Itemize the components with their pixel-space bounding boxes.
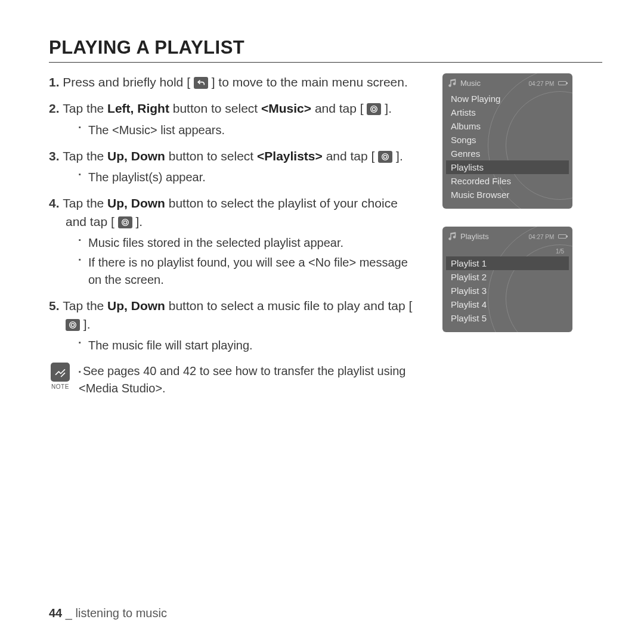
list-item: Playlist 4: [446, 298, 569, 311]
list-item: Genres: [446, 147, 569, 160]
svg-point-4: [122, 219, 128, 225]
list-item: Songs: [446, 133, 569, 147]
select-icon: [367, 103, 381, 115]
step-4-sub-1: Music files stored in the selected playl…: [79, 234, 419, 252]
svg-point-0: [371, 106, 377, 113]
step-3-text-f: ].: [396, 149, 403, 163]
svg-point-5: [123, 221, 126, 224]
list-item: Playlist 5: [446, 311, 569, 325]
step-3: Tap the Up, Down button to select <Playl…: [49, 147, 419, 186]
svg-point-2: [382, 154, 389, 160]
select-icon: [378, 151, 392, 163]
device1-list: Now PlayingArtistsAlbumsSongsGenresPlayl…: [446, 92, 569, 202]
note-text: See pages 40 and 42 to see how to transf…: [79, 363, 419, 397]
step-2: Tap the Left, Right button to select <Mu…: [49, 100, 419, 138]
note-icon: [51, 363, 70, 382]
step-4-sub-2: If there is no playlist found, you will …: [79, 254, 419, 289]
step-4-text-a: Tap the: [63, 196, 107, 210]
svg-point-7: [71, 323, 74, 326]
device2-list: Playlist 1Playlist 2Playlist 3Playlist 4…: [446, 256, 569, 325]
step-2-sub-1: The <Music> list appears.: [79, 122, 419, 139]
step-3-text-c: button to select: [169, 149, 257, 163]
device1-title: Music: [460, 79, 481, 88]
page-number: 44: [49, 606, 62, 620]
list-item: Playlist 1: [446, 256, 569, 270]
step-5-bold-1: Up, Down: [107, 299, 165, 312]
footer-section: listening to music: [76, 606, 167, 620]
page-title: PLAYING A PLAYLIST: [49, 37, 602, 63]
step-5-text-c: button to select a music file to play an…: [169, 299, 413, 312]
step-5: Tap the Up, Down button to select a musi…: [49, 297, 419, 354]
step-5-text-d: ].: [83, 317, 91, 331]
step-2-text-e: and tap [: [315, 101, 364, 115]
step-2-text-c: button to select: [173, 101, 261, 115]
step-3-bold-2: <Playlists>: [257, 149, 323, 163]
note-row: NOTE See pages 40 and 42 to see how to t…: [49, 363, 419, 397]
battery-icon: [558, 234, 566, 239]
device1-time: 04:27 PM: [529, 80, 555, 87]
device-screen-playlists: Playlists 04:27 PM 1/5 Playlist 1Playlis…: [442, 227, 572, 332]
step-2-text-a: Tap the: [63, 101, 107, 115]
footer-sep: _: [62, 606, 75, 620]
list-item: Playlist 3: [446, 284, 569, 298]
step-2-bold-1: Left, Right: [107, 101, 169, 115]
step-3-text-e: and tap [: [326, 149, 375, 163]
music-icon: [447, 78, 458, 88]
device-screen-music: Music 04:27 PM Now PlayingArtistsAlbumsS…: [442, 73, 572, 209]
step-4-bold-1: Up, Down: [107, 196, 165, 210]
select-icon: [66, 319, 80, 331]
svg-point-1: [373, 108, 376, 111]
step-2-text-f: ].: [385, 101, 392, 115]
note-label: NOTE: [49, 383, 72, 392]
select-icon: [118, 216, 132, 228]
back-icon: [194, 77, 208, 89]
device2-counter: 1/5: [556, 248, 564, 255]
step-3-sub-1: The playlist(s) appear.: [79, 169, 419, 186]
music-icon: [447, 231, 458, 242]
list-item: Music Browser: [446, 188, 569, 202]
step-1-text-a: Press and briefly hold [: [63, 75, 190, 89]
step-5-sub-1: The music file will start playing.: [79, 337, 419, 354]
step-2-bold-2: <Music>: [261, 101, 311, 115]
device2-time: 04:27 PM: [529, 234, 555, 240]
svg-point-3: [384, 155, 387, 158]
instruction-column: Press and briefly hold [ ] to move to th…: [49, 73, 419, 397]
list-item: Recorded Files: [446, 174, 569, 188]
list-item: Playlist 2: [446, 270, 569, 284]
device2-title: Playlists: [460, 232, 489, 241]
step-1-text-b: ] to move to the main menu screen.: [212, 75, 408, 89]
step-1: Press and briefly hold [ ] to move to th…: [49, 73, 419, 91]
list-item: Now Playing: [446, 92, 569, 106]
page-footer: 44 _ listening to music: [49, 606, 167, 620]
step-3-bold-1: Up, Down: [107, 149, 165, 163]
list-item: Albums: [446, 119, 569, 133]
list-item: Artists: [446, 106, 569, 119]
step-3-text-a: Tap the: [63, 149, 107, 163]
step-4-text-d: ].: [135, 215, 143, 228]
svg-point-6: [70, 321, 76, 328]
step-5-text-a: Tap the: [63, 299, 107, 312]
list-item: Playlists: [446, 160, 569, 174]
battery-icon: [558, 81, 566, 85]
step-4: Tap the Up, Down button to select the pl…: [49, 194, 419, 289]
